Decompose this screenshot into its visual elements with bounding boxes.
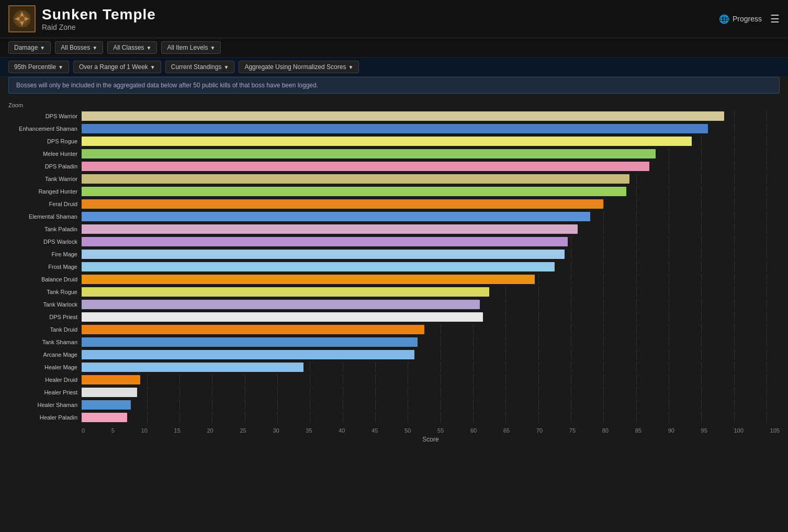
grid-line (669, 250, 669, 259)
grid-line (767, 300, 767, 309)
x-tick: 65 (503, 427, 510, 434)
bar-fill (82, 275, 535, 284)
grid-line (669, 363, 669, 372)
list-item: Healer Shaman (8, 399, 780, 411)
grid-line (669, 400, 669, 410)
grid-line (441, 375, 441, 384)
grid-line (473, 337, 474, 347)
grid-line (636, 212, 637, 221)
progress-link[interactable]: 🌐 Progress (719, 14, 762, 24)
grid-line (734, 111, 735, 121)
menu-icon[interactable]: ☰ (770, 13, 780, 25)
bar-fill (82, 388, 137, 397)
list-item: DPS Rogue (8, 135, 780, 147)
grid-line (767, 187, 767, 196)
filter-classes[interactable]: All Classes ▼ (107, 41, 157, 54)
list-item: Enhancement Shaman (8, 123, 780, 134)
grid-line (343, 400, 343, 410)
grid-line (343, 388, 343, 397)
grid-line (571, 250, 571, 259)
chevron-down-icon: ▼ (223, 64, 229, 70)
grid-line (571, 300, 571, 309)
grid-line (375, 363, 376, 372)
grid-line (669, 413, 669, 422)
grid-line (767, 149, 767, 159)
grid-line (636, 350, 637, 359)
zone-icon (8, 5, 36, 32)
grid-line (179, 400, 180, 410)
bar-fill (82, 187, 626, 196)
filter-aggregate[interactable]: Aggregate Using Normalized Scores ▼ (239, 61, 359, 73)
grid-line (505, 375, 506, 384)
grid-line (669, 162, 669, 171)
grid-line (310, 388, 310, 397)
grid-line (571, 413, 571, 422)
grid-line (538, 413, 539, 422)
grid-line (603, 287, 604, 297)
grid-line (669, 312, 669, 322)
bar-label: Healer Shaman (8, 402, 82, 408)
grid-line (505, 337, 506, 347)
grid-line (473, 350, 474, 359)
grid-line (441, 363, 441, 372)
filter-percentile[interactable]: 95th Percentile ▼ (8, 61, 69, 73)
grid-line (538, 275, 539, 284)
grid-line (310, 400, 310, 410)
grid-line (571, 388, 571, 397)
grid-line (767, 262, 767, 271)
bar-label: Elemental Shaman (8, 213, 82, 220)
filter-item-levels[interactable]: All Item Levels ▼ (161, 41, 221, 54)
x-tick: 105 (770, 427, 780, 434)
grid-line (701, 375, 702, 384)
grid-line (636, 325, 637, 334)
grid-line (603, 300, 604, 309)
x-tick: 85 (635, 427, 641, 434)
grid-line (538, 300, 539, 309)
bar-fill (82, 363, 303, 372)
list-item: Elemental Shaman (8, 211, 780, 222)
grid-line (734, 287, 735, 297)
bar-fill (82, 237, 568, 246)
x-tick: 30 (273, 427, 279, 434)
grid-line (734, 300, 735, 309)
grid-line (701, 337, 702, 347)
grid-line (767, 250, 767, 259)
bar-fill (82, 162, 649, 171)
bar-label: Fire Mage (8, 251, 82, 257)
x-tick: 90 (668, 427, 674, 434)
grid-line (571, 375, 571, 384)
grid-line (636, 312, 637, 322)
grid-line (669, 350, 669, 359)
filter-range[interactable]: Over a Range of 1 Week ▼ (73, 61, 161, 73)
chart-container: Zoom DPS WarriorEnhancement ShamanDPS Ro… (0, 97, 788, 454)
grid-line (603, 350, 604, 359)
filter-standings[interactable]: Current Standings ▼ (165, 61, 235, 73)
bar-fill (82, 300, 480, 309)
bar-label: Healer Mage (8, 364, 82, 370)
filter-bosses[interactable]: All Bosses ▼ (55, 41, 103, 54)
grid-line (701, 413, 702, 422)
grid-line (669, 262, 669, 271)
grid-line (147, 400, 148, 410)
bar-fill (82, 111, 724, 121)
grid-line (603, 262, 604, 271)
grid-line (701, 275, 702, 284)
bar-label: Healer Druid (8, 377, 82, 383)
chevron-down-icon: ▼ (210, 45, 216, 51)
grid-line (734, 149, 735, 159)
grid-line (734, 312, 735, 322)
bar-chart: DPS WarriorEnhancement ShamanDPS RogueMe… (8, 110, 780, 424)
bar-label: Healer Priest (8, 389, 82, 395)
grid-line (701, 388, 702, 397)
grid-line (734, 187, 735, 196)
grid-line (767, 137, 767, 146)
filter-damage[interactable]: Damage ▼ (8, 41, 51, 54)
bar-label: Balance Druid (8, 276, 82, 282)
grid-line (212, 400, 212, 410)
chevron-down-icon: ▼ (348, 64, 353, 70)
grid-line (636, 300, 637, 309)
grid-line (701, 325, 702, 334)
bar-label: Tank Shaman (8, 339, 82, 345)
grid-line (538, 363, 539, 372)
grid-line (571, 287, 571, 297)
